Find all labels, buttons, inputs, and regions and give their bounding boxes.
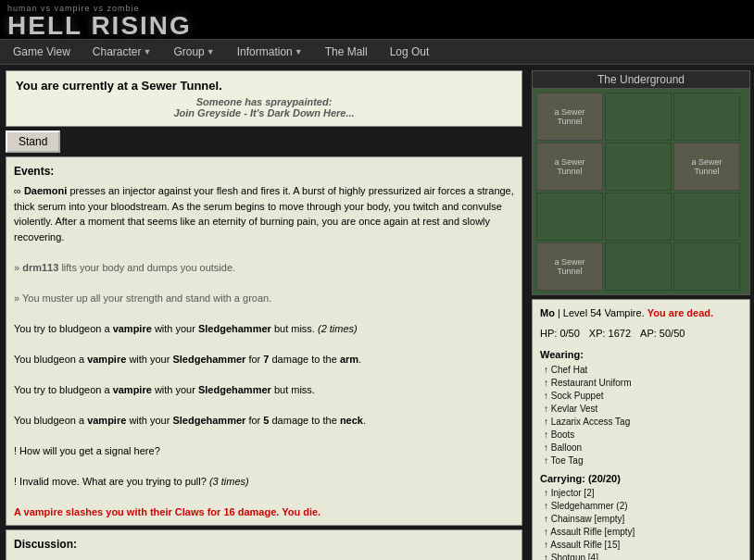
wearing-label: Wearing: <box>540 347 742 364</box>
carrying-item-5: ↑ Assault Rifle [15] <box>540 539 742 552</box>
char-dead-status: You are dead. <box>647 307 713 318</box>
left-panel: You are currently at a Sewer Tunnel. Som… <box>0 65 528 560</box>
char-name: Mo <box>540 307 555 318</box>
group-arrow: ▼ <box>207 47 215 56</box>
events-content: ∞ Daemoni presses an injector against yo… <box>14 183 514 519</box>
location-box: You are currently at a Sewer Tunnel. Som… <box>6 70 522 127</box>
event-line-1: ∞ Daemoni presses an injector against yo… <box>14 183 514 244</box>
event-line-2: » drm113 lifts your body and dumps you o… <box>14 260 514 276</box>
char-stats: HP: 0/50 XP: 1672 AP: 50/50 <box>540 326 742 342</box>
map-cell-empty-7 <box>605 243 672 291</box>
map-cell-empty-3 <box>605 143 672 191</box>
wearing-item-2: ↑ Restaurant Uniform <box>540 377 742 390</box>
header: human vs vampire vs zombie HELL RISING <box>0 0 754 39</box>
stand-button-container: Stand <box>6 131 522 153</box>
map-cell-empty-5 <box>605 193 672 241</box>
nav-log-out[interactable]: Log Out <box>384 44 435 60</box>
carrying-section: Carrying: (20/20) ↑ Injector [2] ↑ Sledg… <box>540 471 742 560</box>
wearing-item-3: ↑ Sock Puppet <box>540 390 742 403</box>
wearing-item-7: ↑ Balloon <box>540 442 742 454</box>
navbar: Game View Character ▼ Group ▼ Informatio… <box>0 39 754 65</box>
wearing-item-5: ↑ Lazarix Access Tag <box>540 416 742 429</box>
spray-paint: Someone has spraypainted: Join Greyside … <box>16 96 512 118</box>
carrying-item-4: ↑ Assault Rifle [empty] <box>540 526 742 539</box>
char-xp: XP: 1672 <box>589 326 631 342</box>
map-title: The Underground <box>533 71 749 89</box>
nav-character[interactable]: Character ▼ <box>87 44 157 60</box>
wearing-item-6: ↑ Boots <box>540 429 742 442</box>
location-text: You are currently at a Sewer Tunnel. <box>16 79 512 93</box>
map-grid: a SewerTunnel a SewerTunnel a SewerTunne… <box>533 89 749 294</box>
wearing-item-4: ↑ Kevlar Vest <box>540 403 742 416</box>
nav-the-mall[interactable]: The Mall <box>320 44 373 60</box>
carrying-item-6: ↑ Shotgun [4] <box>540 552 742 560</box>
char-name-line: Mo | Level 54 Vampire. You are dead. <box>540 305 742 322</box>
event-death-line: A vampire slashes you with their Claws f… <box>14 504 514 520</box>
events-box: Events: ∞ Daemoni presses an injector ag… <box>6 156 522 526</box>
map-cell-empty-2 <box>673 93 740 141</box>
stand-button[interactable]: Stand <box>6 131 60 153</box>
right-panel: The Underground a SewerTunnel a SewerTun… <box>528 65 754 560</box>
map-cell-sewer-4[interactable]: a SewerTunnel <box>536 243 603 291</box>
event-line-9: ! Invalid move. What are you trying to p… <box>14 474 514 490</box>
spray-msg: Join Greyside - It's Dark Down Here... <box>16 107 512 118</box>
chat-line-1: Mo says: I gotta get going. :\ Or rather… <box>14 556 514 560</box>
char-info: Mo | Level 54 Vampire. You are dead. HP:… <box>532 299 750 560</box>
wearing-item-1: ↑ Chef Hat <box>540 364 742 377</box>
event-line-6: You try to bludgeon a vampire with your … <box>14 382 514 398</box>
event-line-3: » You muster up all your strength and st… <box>14 291 514 306</box>
event-line-5: You bludgeon a vampire with your Sledgeh… <box>14 352 514 367</box>
event-line-8: ! How will you get a signal here? <box>14 443 514 459</box>
carrying-item-3: ↑ Chainsaw [empty] <box>540 513 742 526</box>
logo-area: human vs vampire vs zombie HELL RISING <box>7 4 192 39</box>
map-cell-sewer-3[interactable]: a SewerTunnel <box>673 143 740 191</box>
discussion-label: Discussion: <box>14 536 514 553</box>
wearing-item-8: ↑ Toe Tag <box>540 454 742 467</box>
event-line-4: You try to bludgeon a vampire with your … <box>14 321 514 337</box>
discussion-content: Mo says: I gotta get going. :\ Or rather… <box>14 556 514 560</box>
carrying-item-1: ↑ Injector [2] <box>540 487 742 500</box>
nav-group[interactable]: Group ▼ <box>168 44 220 60</box>
event-line-7: You bludgeon a vampire with your Sledgeh… <box>14 413 514 429</box>
map-cell-sewer-2[interactable]: a SewerTunnel <box>536 143 603 191</box>
char-hp: HP: 0/50 <box>540 326 580 342</box>
events-label: Events: <box>14 163 514 180</box>
map-cell-empty-1 <box>605 93 672 141</box>
map-container: The Underground a SewerTunnel a SewerTun… <box>532 70 750 295</box>
map-cell-sewer-1[interactable]: a SewerTunnel <box>536 93 603 141</box>
wearing-section: Wearing: ↑ Chef Hat ↑ Restaurant Uniform… <box>540 347 742 467</box>
info-arrow: ▼ <box>295 47 303 56</box>
nav-information[interactable]: Information ▼ <box>232 44 308 60</box>
map-cell-empty-8 <box>673 243 740 291</box>
carrying-item-2: ↑ Sledgehammer (2) <box>540 500 742 513</box>
main-layout: You are currently at a Sewer Tunnel. Som… <box>0 65 754 560</box>
map-cell-empty-6 <box>673 193 740 241</box>
carrying-label: Carrying: (20/20) <box>540 471 742 488</box>
logo-title: HELL RISING <box>7 13 192 39</box>
map-cell-empty-4 <box>536 193 603 241</box>
nav-game-view[interactable]: Game View <box>7 44 76 60</box>
spray-intro: Someone has spraypainted: <box>16 96 512 107</box>
char-ap: AP: 50/50 <box>640 326 685 342</box>
char-arrow: ▼ <box>144 47 152 56</box>
discussion-box: Discussion: Mo says: I gotta get going. … <box>6 529 522 560</box>
